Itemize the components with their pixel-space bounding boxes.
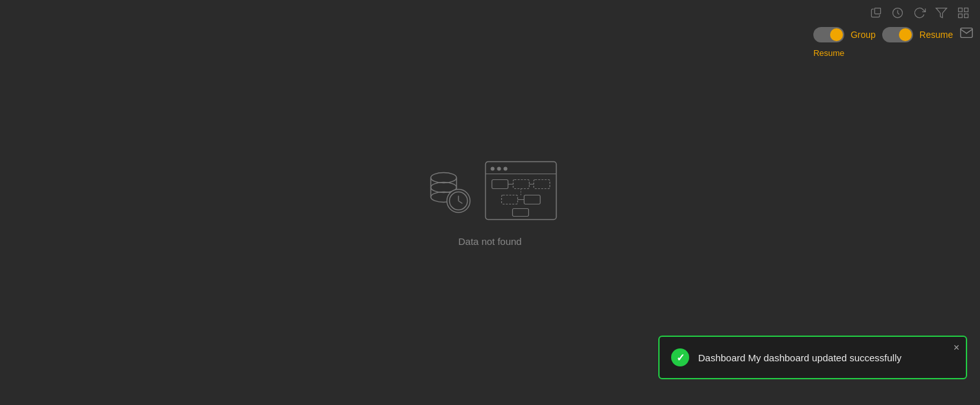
history-icon[interactable] <box>891 6 904 22</box>
resume-label-below: Resume <box>813 48 844 58</box>
svg-marker-2 <box>936 8 947 18</box>
svg-rect-24 <box>533 180 550 189</box>
notification-icon[interactable] <box>959 26 974 43</box>
svg-rect-3 <box>959 8 963 12</box>
empty-state-message: Data not found <box>458 236 521 247</box>
svg-rect-31 <box>512 209 528 217</box>
svg-point-20 <box>503 167 507 171</box>
toast-close-button[interactable]: × <box>954 342 959 354</box>
toggles-area: Group Resume Resume <box>813 26 974 58</box>
group-toggle-label: Group <box>851 30 876 40</box>
filter-icon[interactable] <box>935 6 948 22</box>
svg-rect-27 <box>501 195 517 204</box>
svg-point-19 <box>497 167 501 171</box>
flow-diagram-icon <box>482 159 559 223</box>
svg-rect-0 <box>874 8 880 14</box>
empty-state: Data not found <box>421 159 559 247</box>
svg-point-18 <box>490 167 494 171</box>
layout-icon[interactable] <box>957 6 970 22</box>
toast-message: Dashboard My dashboard updated successfu… <box>698 351 901 364</box>
toolbar <box>859 0 980 29</box>
group-toggle-row: Group Resume <box>813 26 974 43</box>
svg-rect-22 <box>492 180 508 189</box>
svg-rect-4 <box>965 8 968 12</box>
svg-rect-17 <box>485 162 556 220</box>
refresh-icon[interactable] <box>913 6 926 22</box>
share-icon[interactable] <box>869 6 882 22</box>
resume-toggle[interactable] <box>882 27 913 42</box>
empty-state-illustration <box>421 159 559 223</box>
toast-notification: Dashboard My dashboard updated successfu… <box>658 336 967 379</box>
group-toggle[interactable] <box>813 27 844 42</box>
toast-success-icon <box>671 348 689 366</box>
svg-rect-23 <box>513 180 529 189</box>
svg-rect-5 <box>959 14 963 18</box>
svg-rect-6 <box>965 14 968 18</box>
svg-rect-28 <box>524 195 540 204</box>
database-clock-icon <box>421 163 476 218</box>
svg-point-7 <box>430 172 456 183</box>
resume-toggle-label: Resume <box>920 30 953 40</box>
